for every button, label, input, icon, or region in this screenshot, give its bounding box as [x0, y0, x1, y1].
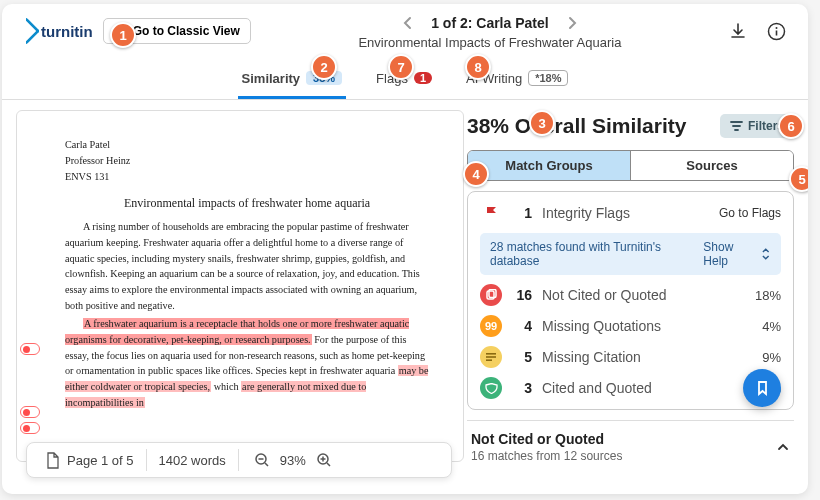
svg-point-1: [776, 27, 778, 29]
seg-match-groups[interactable]: Match Groups: [468, 151, 631, 180]
matches-info-bar: 28 matches found with Turnitin's databas…: [480, 233, 781, 275]
doc-author: Carla Patel: [65, 137, 429, 153]
zoom-out-button[interactable]: [251, 449, 273, 471]
go-to-flags-link[interactable]: Go to Flags: [719, 206, 781, 220]
zoom-level: 93%: [280, 453, 306, 468]
integrity-flags-row[interactable]: 1 Integrity Flags Go to Flags: [480, 202, 781, 224]
callout-2: 2: [311, 54, 337, 80]
flags-count: 1: [512, 205, 532, 221]
flags-badge: 1: [414, 72, 432, 84]
nav-title: 1 of 2: Carla Patel: [431, 15, 549, 31]
chevron-up-icon: [776, 442, 790, 452]
match-marker[interactable]: [20, 343, 40, 355]
overall-similarity-title: 38% Overall Similarity: [467, 114, 686, 138]
classic-view-label: Go to Classic View: [133, 24, 240, 38]
similarity-panel: 38% Overall Similarity Filters Match Gro…: [464, 100, 808, 482]
bookmark-fab[interactable]: [743, 369, 781, 407]
segment-control: Match Groups Sources: [467, 150, 794, 181]
page-icon: [45, 452, 60, 469]
not-cited-icon: [480, 284, 502, 306]
row-label: Not Cited or Quoted: [542, 287, 745, 303]
nav-subtitle: Environmental Impacts of Freshwater Aqua…: [358, 35, 621, 50]
document-footer: Page 1 of 5 1402 words 93%: [26, 442, 452, 478]
doc-title: Environmental impacts of freshwater home…: [65, 194, 429, 213]
match-group-row[interactable]: 3 Cited and Quoted 7%: [480, 377, 781, 399]
tab-similarity-label: Similarity: [242, 71, 301, 86]
doc-body: A rising number of households are embrac…: [65, 219, 429, 411]
brand-mark-icon: [12, 17, 40, 45]
row-pct: 18%: [755, 288, 781, 303]
section-header[interactable]: Not Cited or Quoted 16 matches from 12 s…: [467, 420, 794, 467]
word-count: 1402 words: [159, 453, 226, 468]
callout-3: 3: [529, 110, 555, 136]
missing-citation-icon: [480, 346, 502, 368]
svg-rect-7: [486, 353, 496, 355]
section-subtitle: 16 matches from 12 sources: [471, 449, 622, 463]
page-indicator: Page 1 of 5: [67, 453, 134, 468]
flags-label: Integrity Flags: [542, 205, 709, 221]
row-count: 16: [512, 287, 532, 303]
next-button[interactable]: [563, 12, 581, 34]
row-label: Cited and Quoted: [542, 380, 752, 396]
callout-6: 6: [778, 113, 804, 139]
document-viewer[interactable]: Carla Patel Professor Heinz ENVS 131 Env…: [16, 110, 464, 462]
doc-professor: Professor Heinz: [65, 153, 429, 169]
document-pane: Carla Patel Professor Heinz ENVS 131 Env…: [2, 100, 464, 482]
row-pct: 9%: [762, 350, 781, 365]
svg-rect-9: [486, 359, 492, 361]
row-count: 3: [512, 380, 532, 396]
flag-icon: [480, 202, 502, 224]
info-button[interactable]: [767, 22, 786, 41]
doc-paragraph: A freshwater aquarium is a receptacle th…: [65, 316, 429, 411]
zoom-in-button[interactable]: [313, 449, 335, 471]
doc-paragraph: A rising number of households are embrac…: [65, 219, 429, 314]
show-help-toggle[interactable]: Show Help: [703, 240, 771, 268]
info-text: 28 matches found with Turnitin's databas…: [490, 240, 703, 268]
download-button[interactable]: [729, 22, 747, 40]
svg-rect-2: [776, 30, 778, 35]
row-label: Missing Quotations: [542, 318, 752, 334]
svg-rect-8: [486, 356, 496, 358]
callout-8: 8: [465, 54, 491, 80]
callout-1: 1: [110, 22, 136, 48]
match-marker[interactable]: [20, 422, 40, 434]
callout-7: 7: [388, 54, 414, 80]
match-group-row[interactable]: 5 Missing Citation 9%: [480, 346, 781, 368]
row-count: 5: [512, 349, 532, 365]
brand-logo: turnitin: [16, 21, 93, 41]
seg-sources[interactable]: Sources: [631, 151, 793, 180]
brand-name: turnitin: [41, 23, 93, 40]
callout-5: 5: [789, 166, 808, 192]
ai-badge: *18%: [528, 70, 568, 86]
callout-4: 4: [463, 161, 489, 187]
filter-icon: [730, 120, 743, 132]
row-label: Missing Citation: [542, 349, 752, 365]
row-count: 4: [512, 318, 532, 334]
match-group-row[interactable]: 16 Not Cited or Quoted 18%: [480, 284, 781, 306]
match-marker[interactable]: [20, 406, 40, 418]
section-title: Not Cited or Quoted: [471, 431, 622, 447]
nav-center: 1 of 2: Carla Patel Environmental Impact…: [261, 12, 719, 50]
prev-button[interactable]: [399, 12, 417, 34]
missing-quotes-icon: 99: [480, 315, 502, 337]
match-groups-panel: 1 Integrity Flags Go to Flags 28 matches…: [467, 191, 794, 410]
cited-quoted-icon: [480, 377, 502, 399]
match-group-row[interactable]: 99 4 Missing Quotations 4%: [480, 315, 781, 337]
document-header: Carla Patel Professor Heinz ENVS 131: [65, 137, 429, 184]
doc-course: ENVS 131: [65, 169, 429, 185]
row-pct: 4%: [762, 319, 781, 334]
